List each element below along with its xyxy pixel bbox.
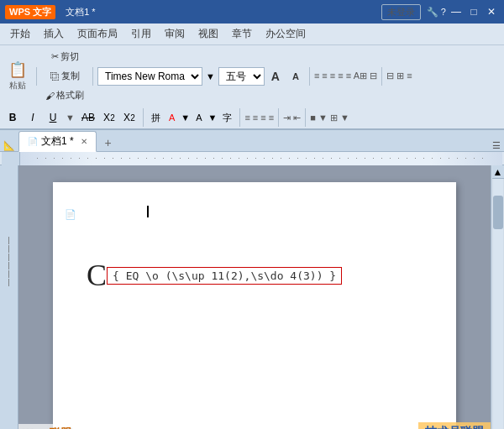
font-color-button[interactable]: A bbox=[165, 111, 178, 124]
align-icons: ≡ ≡ ≡ ≡ bbox=[244, 112, 274, 123]
minimize-button[interactable]: — bbox=[449, 4, 464, 19]
font-color-drop[interactable]: ▼ bbox=[180, 112, 191, 123]
vertical-scrollbar[interactable]: ▲ ▼ bbox=[491, 165, 504, 429]
doc-wrapper: |||||| 📄 C { EQ \o (\s\up 11(2),\s\do 4(… bbox=[0, 152, 504, 429]
tab-bar: 📐 📄 文档1 * ✕ + ☰ bbox=[0, 130, 504, 152]
close-button[interactable]: ✕ bbox=[484, 4, 499, 19]
watermark-right-brand: 技术员联盟 bbox=[418, 422, 491, 429]
toolbar-icons-right: 🔧 ? bbox=[427, 7, 446, 18]
toolbar-row2: B I U ▼ AB X2 X2 拼 A ▼ A ▼ 字 ≡ ≡ ≡ ≡ ⇥ ⇤… bbox=[0, 107, 504, 128]
doc-content: C { EQ \o (\s\up 11(2),\s\do 4(3)) } bbox=[87, 258, 423, 293]
copy-button[interactable]: ⿻ 复制 bbox=[41, 67, 88, 85]
indent-icons: ⇥ ⇤ bbox=[283, 112, 301, 123]
sep8 bbox=[305, 108, 306, 127]
subscript-button[interactable]: X2 bbox=[120, 108, 139, 127]
upper-right-btns: 未登录 🔧 ? — □ ✕ bbox=[381, 4, 499, 20]
shading-icons: ■ ▼ ⊞ ▼ bbox=[310, 112, 349, 123]
doc-letter: C bbox=[87, 258, 107, 293]
paste-icon: 📋 bbox=[8, 60, 27, 79]
format-brush-button[interactable]: 🖌 格式刷 bbox=[41, 86, 88, 104]
superscript-button[interactable]: X2 bbox=[100, 108, 118, 127]
sep1 bbox=[36, 67, 37, 86]
wps-logo: WPS 文字 bbox=[5, 5, 55, 19]
underline-button[interactable]: U bbox=[44, 108, 62, 127]
char-shading[interactable]: 字 bbox=[219, 110, 235, 126]
font-size-select[interactable]: 五号 bbox=[218, 67, 265, 86]
menu-bar: 开始 插入 页面布局 引用 审阅 视图 章节 办公空间 bbox=[0, 24, 504, 45]
document-page: 📄 C { EQ \o (\s\up 11(2),\s\do 4(3)) } bbox=[53, 182, 456, 429]
highlight-button[interactable]: A bbox=[192, 111, 205, 124]
sep2 bbox=[92, 67, 93, 86]
horizontal-ruler bbox=[20, 152, 502, 165]
bold-button[interactable]: B bbox=[3, 108, 22, 127]
ruler-toggle[interactable]: 📐 bbox=[3, 140, 15, 151]
underline-dropdown[interactable]: ▼ bbox=[64, 112, 76, 123]
cursor-position bbox=[144, 206, 149, 217]
tab-label: 文档1 * bbox=[41, 134, 74, 149]
tab-options[interactable]: ☰ bbox=[492, 140, 501, 151]
paragraph-marker: 📄 bbox=[65, 209, 76, 220]
sep4 bbox=[381, 67, 382, 86]
title-bar-left: WPS 文字 文档1 * bbox=[5, 5, 96, 19]
document-area[interactable]: 📄 C { EQ \o (\s\up 11(2),\s\do 4(3)) } W… bbox=[18, 165, 491, 429]
menu-chapter[interactable]: 章节 bbox=[225, 25, 259, 43]
font-size-sep: ▼ bbox=[204, 71, 217, 81]
menu-insert[interactable]: 插入 bbox=[37, 25, 71, 43]
italic-button[interactable]: I bbox=[24, 108, 42, 127]
toolbar-row1: 📋 粘贴 ✂ 剪切 ⿻ 复制 🖌 格式刷 Times New Roma ▼ bbox=[0, 45, 504, 107]
scroll-thumb[interactable] bbox=[493, 196, 503, 229]
para-icons: ≡ ≡ ≡ ≡ ≡ A⊞ ⊟ bbox=[314, 71, 377, 81]
tab-document1[interactable]: 📄 文档1 * ✕ bbox=[18, 131, 97, 152]
menu-layout[interactable]: 页面布局 bbox=[71, 25, 124, 43]
paste-label: 粘贴 bbox=[9, 80, 26, 92]
menu-view[interactable]: 视图 bbox=[192, 25, 225, 43]
login-button[interactable]: 未登录 bbox=[381, 4, 421, 20]
scroll-track bbox=[493, 179, 503, 429]
caret-indicator bbox=[144, 206, 149, 217]
toolbar-area: 📋 粘贴 ✂ 剪切 ⿻ 复制 🖌 格式刷 Times New Roma ▼ bbox=[0, 45, 504, 130]
menu-review[interactable]: 审阅 bbox=[158, 25, 192, 43]
ruler-top bbox=[0, 152, 504, 165]
maximize-button[interactable]: □ bbox=[466, 4, 481, 19]
title-bar-doc: 文档1 * bbox=[66, 6, 95, 18]
left-panel: |||||| bbox=[0, 165, 18, 429]
brush-icon: 🖌 bbox=[45, 91, 55, 101]
pinyin-button[interactable]: 拼 bbox=[148, 110, 164, 126]
cut-button[interactable]: ✂ 剪切 bbox=[41, 48, 88, 65]
font-size-decrease[interactable]: A bbox=[286, 67, 305, 86]
sep5 bbox=[143, 108, 144, 127]
highlight-drop[interactable]: ▼ bbox=[207, 112, 218, 123]
copy-icon: ⿻ bbox=[50, 71, 60, 81]
tab-add-button[interactable]: + bbox=[100, 134, 117, 151]
menu-office[interactable]: 办公空间 bbox=[259, 25, 312, 43]
ruler-corner bbox=[2, 152, 20, 165]
sep6 bbox=[239, 108, 240, 127]
menu-ref[interactable]: 引用 bbox=[124, 25, 158, 43]
tab-close-button[interactable]: ✕ bbox=[81, 137, 87, 146]
content-row: |||||| 📄 C { EQ \o (\s\up 11(2),\s\do 4(… bbox=[0, 165, 504, 429]
doc-icon-small: 📄 bbox=[65, 209, 76, 219]
menu-start[interactable]: 开始 bbox=[3, 25, 37, 43]
clipboard-group: ✂ 剪切 ⿻ 复制 🖌 格式刷 bbox=[41, 48, 88, 104]
paste-button[interactable]: 📋 粘贴 bbox=[3, 59, 32, 93]
scissors-icon: ✂ bbox=[51, 51, 59, 62]
more-icons: ⊟ ⊞ ≡ bbox=[386, 71, 412, 81]
scroll-up-button[interactable]: ▲ bbox=[492, 165, 504, 179]
field-code-block[interactable]: { EQ \o (\s\up 11(2),\s\do 4(3)) } bbox=[107, 267, 342, 285]
title-bar: WPS 文字 文档1 * 未登录 🔧 ? — □ ✕ bbox=[0, 0, 504, 24]
watermark-left-brand: Word联盟 bbox=[18, 424, 75, 429]
sep7 bbox=[278, 108, 279, 127]
doc-icon: 📄 bbox=[28, 137, 38, 146]
font-family-select[interactable]: Times New Roma bbox=[97, 67, 202, 86]
strikethrough-button[interactable]: AB bbox=[78, 108, 98, 127]
left-ruler: |||||| bbox=[8, 236, 9, 286]
font-size-increase[interactable]: A bbox=[266, 67, 285, 86]
sep3 bbox=[309, 67, 310, 86]
